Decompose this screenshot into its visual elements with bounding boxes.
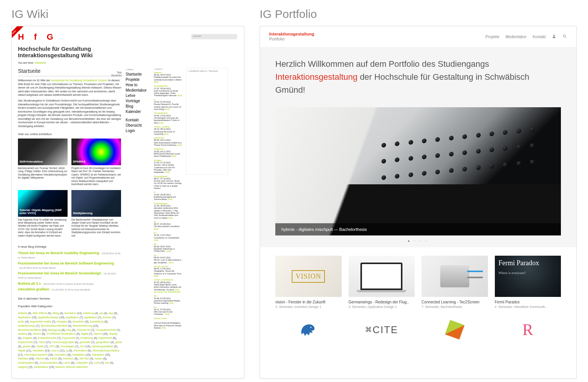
blog-entry[interactable]: interaktive grafiken (11.03.2011 11:02 b… xyxy=(18,287,122,292)
tag-link[interactable]: GUI xyxy=(80,345,84,348)
hfg-link[interactable]: Hochschule für Gestaltung Schwäbisch Gmü… xyxy=(51,79,108,82)
menu-item[interactable]: Projekte xyxy=(126,77,150,82)
tag-link[interactable]: Ausstellung xyxy=(90,320,103,323)
tag-link[interactable]: Interaktion xyxy=(92,353,105,356)
tag-link[interactable]: blog xyxy=(66,329,71,331)
menu-item[interactable]: How to xyxy=(126,82,150,88)
tag-link[interactable]: Arduino xyxy=(102,316,111,319)
tag-link[interactable]: Ausgabe xyxy=(57,320,67,323)
project-thumb-partial[interactable]: R xyxy=(495,316,561,343)
tag-link[interactable]: medienlabor xyxy=(34,366,48,368)
tag-link[interactable]: Benutzeroberfläche xyxy=(18,329,41,331)
tag-link[interactable]: App xyxy=(108,312,113,314)
user-icon[interactable] xyxy=(552,34,556,39)
portfolio-logo[interactable]: Interaktionsgestaltung Portfolio xyxy=(269,32,314,42)
tag-link[interactable]: Ergonomie xyxy=(62,337,75,339)
tag-link[interactable]: DI (Diffused Illumination) xyxy=(47,332,76,335)
project-thumb-partial[interactable]: ⌘CITE xyxy=(349,316,415,343)
tag-link[interactable]: applikation xyxy=(84,316,97,319)
blog-entry[interactable]: Thesis bei innea im Bereich Usability En… xyxy=(18,251,122,260)
tag-link[interactable]: Jeff Han xyxy=(79,357,89,360)
tag-link[interactable]: geografisch xyxy=(96,341,110,343)
tag-link[interactable]: Applicationdesign xyxy=(38,316,59,319)
tag-link[interactable]: Cinema 4D xyxy=(77,329,90,331)
tag-link[interactable]: Alltag xyxy=(52,312,59,314)
blog-entry[interactable]: Praxissemester bei innea im Bereich Scre… xyxy=(18,271,122,280)
tag-link[interactable]: Benutzerfreundlichkeit xyxy=(41,324,67,327)
exhibition-card[interactable]: Tutorial: Objekt–Mapping (SWF unter VVVV… xyxy=(18,190,68,238)
tag-link[interactable]: Benutzerführung xyxy=(73,324,93,327)
menu-item[interactable]: Lehre xyxy=(126,93,150,98)
tag-link[interactable]: Innovation xyxy=(54,353,66,356)
ig-link[interactable]: Interaktionsgestaltung xyxy=(275,72,357,82)
tag-link[interactable]: desktop xyxy=(18,332,27,335)
tag-link[interactable]: Lehre xyxy=(63,361,70,364)
project-card[interactable]: Fermi Paradox Where is everyone? Fermi P… xyxy=(495,256,561,309)
menu-item[interactable]: Startseite xyxy=(126,72,150,77)
tag-link[interactable]: Haptik xyxy=(18,349,26,352)
tag-link[interactable]: Installation xyxy=(72,353,85,356)
tag-link[interactable]: Mensch-Maschine xyxy=(66,366,88,368)
tag-link[interactable]: Eingabe xyxy=(23,337,32,339)
tag-link[interactable]: audio xyxy=(18,320,24,323)
tag-link[interactable]: bedienkonzept xyxy=(18,324,36,327)
tag-link[interactable]: Diplom xyxy=(94,332,102,335)
nav-link[interactable]: Projekte xyxy=(485,35,499,39)
tag-link[interactable]: how to xyxy=(51,349,59,352)
tag-link[interactable]: Animation xyxy=(64,312,76,314)
project-card[interactable]: Germanwings - Redesign der Flug.. 3. Sem… xyxy=(349,256,415,309)
tag-link[interactable]: Licht xyxy=(94,361,100,364)
tag-link[interactable]: Internet xyxy=(36,357,45,360)
project-card[interactable]: Connected Learning - Tec2Screen 7. Semes… xyxy=(422,256,488,309)
menu-item[interactable]: Übersicht xyxy=(126,123,150,128)
tag-link[interactable]: Experiment xyxy=(99,337,112,339)
nav-link[interactable]: Kontakt xyxy=(533,35,546,39)
tag-link[interactable]: knotenbasiert xyxy=(18,361,34,364)
project-thumb-partial[interactable] xyxy=(275,316,342,343)
tag-link[interactable]: Grundlagen xyxy=(60,345,74,348)
menu-item[interactable]: Login xyxy=(126,128,150,134)
tag-link[interactable]: Kommunikation xyxy=(39,361,58,364)
menu-item[interactable]: Kalender xyxy=(126,109,150,114)
menu-item[interactable]: Vorträge xyxy=(126,98,150,104)
tag-link[interactable]: generativ xyxy=(79,341,90,343)
tag-link[interactable]: Forschungsprojekt xyxy=(52,341,74,343)
menu-item[interactable]: Blog xyxy=(126,104,150,109)
tag-link[interactable]: Interface xyxy=(18,357,28,360)
blog-entry[interactable]: ButtonLab 2.1 (09.02.2011 14:54 by Anton… xyxy=(18,282,122,286)
tag-link[interactable]: Handlungsabläufe xyxy=(92,345,113,348)
tag-link[interactable]: display xyxy=(109,332,117,335)
tag-link[interactable]: Computertechnik xyxy=(96,329,116,331)
tag-link[interactable]: Abläufe xyxy=(18,312,27,314)
tag-link[interactable]: Flash xyxy=(39,341,45,343)
tag-link[interactable]: Informationsarchitektur xyxy=(92,349,120,352)
menu-item[interactable]: Medienlabor xyxy=(126,88,150,93)
tag-link[interactable]: Informationssystem xyxy=(24,353,47,356)
menu-item[interactable]: Kontakt xyxy=(126,118,150,123)
tag-link[interactable]: intuitiv xyxy=(50,357,58,360)
tag-link[interactable]: GPS xyxy=(49,345,55,348)
tag-link[interactable]: anleitung xyxy=(83,312,94,314)
tag-link[interactable]: api xyxy=(100,312,103,314)
nav-link[interactable]: Medienlabor xyxy=(506,35,527,39)
tag-link[interactable]: Leitsystem xyxy=(76,361,88,364)
project-card[interactable]: VISION vision - Fenster in die Zukunft 3… xyxy=(275,256,342,309)
exhibition-card[interactable]: Stift+Interaktion Bachelorarbeit von Tho… xyxy=(18,139,68,186)
tag-link[interactable]: Karten xyxy=(95,357,103,360)
tag-link[interactable]: mapping xyxy=(18,366,28,368)
slider-dots[interactable]: ● ○ ○ ○ xyxy=(275,239,561,243)
tag-link[interactable]: Hardware xyxy=(32,349,44,352)
tag-link[interactable]: Entwurfsmuster xyxy=(38,337,57,339)
tag-link[interactable]: Aussehen xyxy=(73,320,84,323)
exhibition-card[interactable]: Stadtplanung Die Bachlorarbeit »Stadtpla… xyxy=(71,190,121,238)
tag-link[interactable]: invention xyxy=(63,357,74,360)
tag-link[interactable]: geste xyxy=(115,341,122,343)
tag-link[interactable]: Experimente xyxy=(18,341,33,343)
tag-link[interactable]: Gestik xyxy=(36,345,44,348)
exhibition-card[interactable]: SPARKS Projekt im Kurs 3D-Grundlagen im … xyxy=(71,139,121,186)
tag-link[interactable]: Device xyxy=(33,332,41,335)
hero-slider[interactable]: hybmix - digitales mischpult — Bachelort… xyxy=(275,107,561,235)
breadcrumb-link[interactable]: Startseite xyxy=(35,61,46,64)
blog-entry[interactable]: Praxissemester bei innea im Bereich Soft… xyxy=(18,261,122,270)
tag-link[interactable]: augmented reality xyxy=(30,320,52,323)
